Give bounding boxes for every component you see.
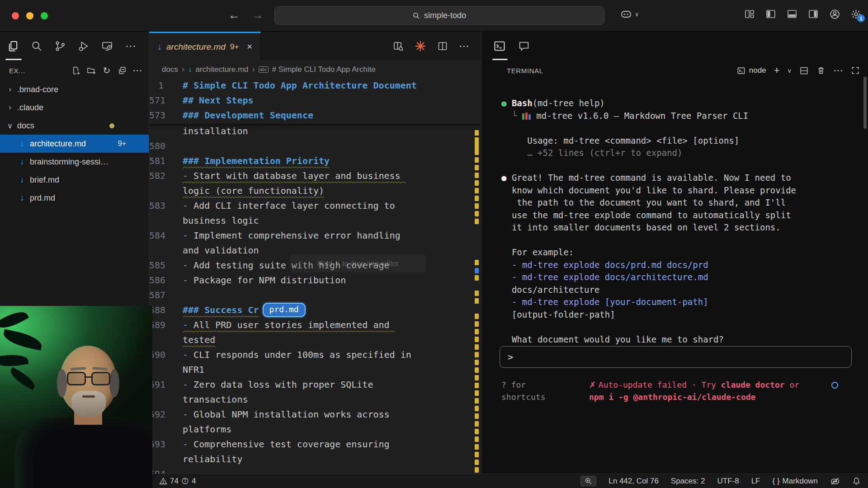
split-terminal-icon[interactable] — [799, 66, 809, 75]
line-number: 586 — [149, 273, 183, 288]
close-window-button[interactable] — [12, 12, 19, 19]
tree-item-brainstorming-sessi[interactable]: ↓brainstorming-sessi… — [0, 153, 149, 171]
new-terminal-icon[interactable]: + — [774, 65, 780, 76]
editor-body[interactable]: 1# Simple CLI Todo App Architecture Docu… — [149, 78, 481, 474]
line-content: - Package for NPM distribution — [183, 273, 420, 288]
search-sidebar-icon[interactable] — [30, 39, 43, 53]
code-line[interactable]: installation — [149, 124, 481, 139]
item-label: brief.md — [30, 175, 59, 185]
terminal-profile[interactable]: node — [737, 66, 766, 75]
code-line[interactable]: 582- Start with database layer and busin… — [149, 169, 481, 198]
tree-item-brief.md[interactable]: ↓brief.md — [0, 171, 149, 189]
refresh-icon[interactable]: ↻ — [101, 65, 113, 76]
code-line[interactable]: 594 — [149, 467, 481, 474]
collapse-folders-icon[interactable] — [116, 65, 128, 76]
ruler-mark — [475, 329, 479, 334]
new-folder-icon[interactable] — [85, 65, 97, 76]
tree-item-docs[interactable]: ∨docs — [0, 117, 149, 135]
terminal-output[interactable]: ● Bash(md-tree help) └ md-tree v1.6.0 – … — [501, 97, 854, 346]
code-line[interactable]: 580 — [149, 139, 481, 154]
toggle-panel-icon[interactable] — [786, 8, 798, 20]
terminal-more-icon[interactable]: ⋯ — [833, 65, 843, 76]
more-actions-icon[interactable]: ⋯ — [124, 39, 137, 53]
code-line[interactable]: 571## Next Steps — [149, 93, 481, 108]
settings-gear-icon[interactable]: 1 — [850, 8, 862, 20]
tree-item-.bmad-core[interactable]: ›.bmad-core — [0, 80, 149, 99]
code-line[interactable]: 588### Success Crprd.md — [149, 303, 481, 318]
claude-code-icon[interactable] — [415, 40, 426, 52]
minimize-window-button[interactable] — [26, 12, 33, 19]
run-debug-icon[interactable] — [77, 39, 90, 53]
chat-view-icon[interactable] — [518, 40, 530, 52]
explorer-more-icon[interactable]: ⋯ — [132, 65, 143, 76]
markdown-file-icon: ↓ — [18, 139, 26, 149]
code-line[interactable]: 1# Simple CLI Todo App Architecture Docu… — [149, 78, 481, 93]
account-icon[interactable] — [829, 8, 840, 20]
kill-terminal-icon[interactable] — [816, 66, 826, 75]
customize-layout-icon[interactable] — [744, 8, 755, 20]
tree-item-.claude[interactable]: ›.claude — [0, 99, 149, 117]
markdown-file-icon: ↓ — [157, 42, 162, 52]
open-preview-icon[interactable] — [393, 41, 404, 52]
line-content: - CLI responds under 100ms as specified … — [183, 347, 420, 377]
item-label: .bmad-core — [17, 85, 58, 94]
copilot-disabled-icon[interactable] — [830, 476, 840, 486]
encoding[interactable]: UTF-8 — [717, 477, 739, 486]
maximize-panel-icon[interactable] — [851, 66, 860, 75]
explorer-icon[interactable] — [6, 39, 20, 53]
code-line[interactable]: 590- CLI responds under 100ms as specifi… — [149, 347, 481, 377]
tab-architecture-md[interactable]: ↓ architecture.md 9+ × — [149, 32, 261, 61]
code-line[interactable]: 584- Implement comprehensive error handl… — [149, 228, 481, 258]
zoom-status-icon[interactable] — [580, 476, 596, 486]
code-line[interactable]: 592- Global NPM installation works acros… — [149, 407, 481, 437]
notifications-bell-icon[interactable] — [852, 477, 861, 485]
code-line[interactable]: 586- Package for NPM distribution — [149, 273, 481, 288]
language-mode[interactable]: { } Markdown — [772, 477, 818, 486]
forward-icon[interactable]: → — [252, 8, 264, 22]
code-line[interactable]: 573### Development Sequence — [149, 108, 481, 123]
code-line[interactable]: 583- Add CLI interface layer connecting … — [149, 198, 481, 228]
file-tree: ›.bmad-core›.claude∨docs↓architecture.md… — [0, 80, 149, 207]
problems-status[interactable]: 74 4 — [159, 477, 196, 486]
code-line[interactable]: 591- Zero data loss with proper SQLite t… — [149, 377, 481, 407]
source-control-icon[interactable] — [53, 39, 67, 53]
code-line[interactable]: 587 — [149, 288, 481, 303]
code-line[interactable]: 589- All PRD user stories implemented an… — [149, 318, 481, 347]
claude-input-box[interactable]: > — [500, 346, 852, 368]
explorer-header: EX… ↻ ⋯ — [0, 61, 149, 80]
terminal-dropdown-icon[interactable]: ∨ — [787, 67, 792, 74]
terminal-panel: TERMINAL node + ∨ ⋯ ● Bash( — [481, 32, 868, 474]
copilot-icon — [620, 9, 632, 19]
tree-item-prd.md[interactable]: ↓prd.md — [0, 189, 149, 207]
chevron-right-icon: › — [6, 85, 14, 94]
item-label: prd.md — [30, 193, 55, 203]
terminal-view-icon[interactable] — [493, 40, 506, 52]
breadcrumb-item[interactable]: docs — [162, 65, 178, 74]
terminal-scrollbar[interactable] — [863, 77, 867, 129]
copilot-menu[interactable]: ∨ — [620, 9, 639, 19]
new-file-icon[interactable] — [70, 65, 82, 76]
close-tab-icon[interactable]: × — [247, 42, 252, 52]
tree-item-architecture.md[interactable]: ↓architecture.md9+ — [0, 135, 149, 153]
split-editor-icon[interactable] — [437, 41, 448, 52]
cursor-position[interactable]: Ln 442, Col 76 — [609, 477, 659, 486]
zoom-window-button[interactable] — [41, 12, 48, 19]
command-center-search[interactable]: simple-todo — [274, 6, 604, 25]
breadcrumb-item[interactable]: architecture.md — [195, 65, 248, 74]
line-number: 588 — [149, 303, 183, 318]
back-icon[interactable]: ← — [228, 8, 240, 22]
breadcrumb-item[interactable]: # Simple CLI Todo App Archite — [272, 65, 376, 74]
indentation[interactable]: Spaces: 2 — [671, 477, 705, 486]
ruler-mark — [475, 196, 479, 201]
toggle-primary-sidebar-icon[interactable] — [765, 8, 777, 20]
ruler-mark — [475, 421, 479, 427]
code-line[interactable]: 593- Comprehensive test coverage ensurin… — [149, 437, 481, 467]
eol-sequence[interactable]: LF — [751, 477, 760, 486]
toggle-secondary-sidebar-icon[interactable] — [807, 8, 819, 20]
line-content: ### Success Crprd.md — [183, 303, 420, 318]
remote-explorer-icon[interactable] — [100, 39, 114, 53]
terminal-line: └ md-tree v1.6.0 – Markdown Tree Parser … — [501, 110, 854, 122]
line-number: 592 — [149, 407, 183, 422]
editor-more-icon[interactable]: ⋯ — [459, 40, 469, 52]
code-line[interactable]: 581### Implementation Priority — [149, 154, 481, 169]
